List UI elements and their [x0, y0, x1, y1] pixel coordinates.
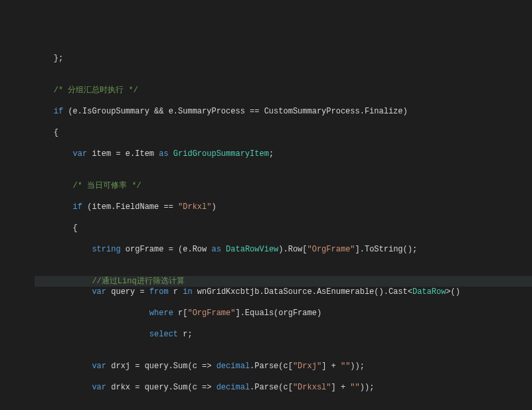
code-comment: /* 分组汇总时执行 */: [35, 85, 532, 96]
code-line: if (e.IsGroupSummary && e.SummaryProcess…: [35, 106, 532, 117]
code-line: var drkx = query.Sum(c => decimal.Parse(…: [35, 382, 532, 393]
code-line: if (item.FieldName == "Drkxl"): [35, 202, 532, 212]
code-line: {: [35, 223, 532, 234]
code-line: };: [35, 53, 532, 64]
code-comment: /* 当日可修率 */: [35, 180, 532, 191]
code-line: select r;: [35, 329, 532, 340]
code-line: string orgFrame = (e.Row as DataRowView)…: [35, 244, 532, 255]
code-editor[interactable]: }; /* 分组汇总时执行 */ if (e.IsGroupSummary &&…: [35, 42, 532, 410]
code-line: var item = e.Item as GridGroupSummaryIte…: [35, 149, 532, 159]
code-line: where r["OrgFrame"].Equals(orgFrame): [35, 308, 532, 318]
code-line: var drxj = query.Sum(c => decimal.Parse(…: [35, 361, 532, 372]
code-comment-highlighted: //通过Linq进行筛选计算: [35, 276, 532, 287]
code-line: {: [35, 127, 532, 138]
code-line: var query = from r in wnGridKxcbtjb.Data…: [35, 287, 532, 297]
